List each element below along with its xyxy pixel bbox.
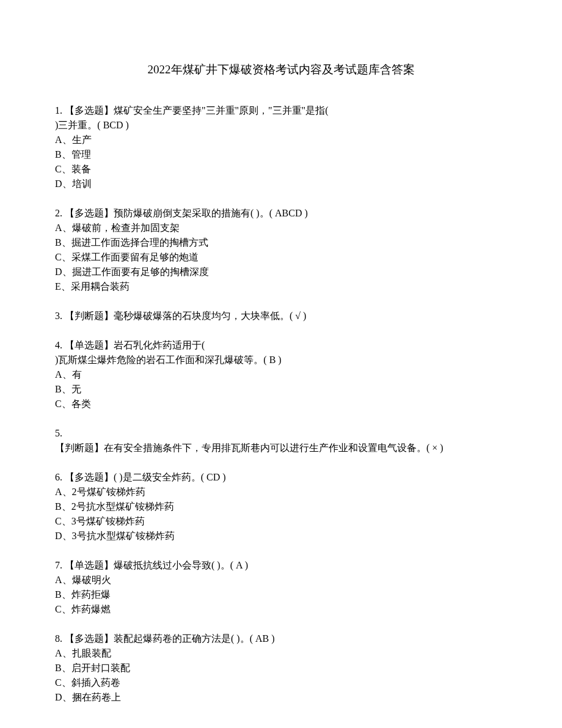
answer-option: D、掘进工作面要有足够的掏槽深度 [55,265,507,279]
question-text: 【判断题】在有安全措施条件下，专用排瓦斯巷内可以进行生产作业和设置电气设备。( … [55,441,507,455]
question-text: 6. 【多选题】( )是二级安全炸药。( CD ) [55,470,507,485]
question-block: 3. 【判断题】毫秒爆破爆落的石块度均匀，大块率低。( √ ) [55,309,507,323]
question-text-continuation: )瓦斯煤尘爆炸危险的岩石工作面和深孔爆破等。( B ) [55,353,507,367]
answer-option: C、装备 [55,162,507,177]
question-block: 4. 【单选题】岩石乳化炸药适用于()瓦斯煤尘爆炸危险的岩石工作面和深孔爆破等。… [55,338,507,411]
answer-option: A、有 [55,367,507,382]
question-text: 2. 【多选题】预防爆破崩倒支架采取的措施有( )。( ABCD ) [55,206,507,221]
question-block: 6. 【多选题】( )是二级安全炸药。( CD )A、2号煤矿铵梯炸药B、2号抗… [55,470,507,543]
answer-option: B、2号抗水型煤矿铵梯炸药 [55,499,507,514]
answer-option: D、培训 [55,177,507,191]
question-block: 2. 【多选题】预防爆破崩倒支架采取的措施有( )。( ABCD )A、爆破前，… [55,206,507,294]
question-number: 5. [55,426,507,441]
question-block: 1. 【多选题】煤矿安全生产要坚持"三并重"原则，"三并重"是指()三并重。( … [55,103,507,191]
answer-option: A、扎眼装配 [55,646,507,661]
question-text: 4. 【单选题】岩石乳化炸药适用于( [55,338,507,353]
answer-option: D、3号抗水型煤矿铵梯炸药 [55,529,507,543]
question-text-continuation: )三并重。( BCD ) [55,118,507,133]
answer-option: C、各类 [55,397,507,411]
question-block: 5.【判断题】在有安全措施条件下，专用排瓦斯巷内可以进行生产作业和设置电气设备。… [55,426,507,455]
answer-option: B、掘进工作面选择合理的掏槽方式 [55,235,507,250]
answer-option: C、炸药爆燃 [55,602,507,617]
answer-option: C、采煤工作面要留有足够的炮道 [55,250,507,265]
question-block: 7. 【单选题】爆破抵抗线过小会导致( )。( A )A、爆破明火B、炸药拒爆C… [55,558,507,617]
answer-option: C、斜插入药卷 [55,675,507,690]
question-text: 8. 【多选题】装配起爆药卷的正确方法是( )。( AB ) [55,631,507,646]
answer-option: D、捆在药卷上 [55,690,507,705]
answer-option: C、3号煤矿铵梯炸药 [55,514,507,529]
question-text: 3. 【判断题】毫秒爆破爆落的石块度均匀，大块率低。( √ ) [55,309,507,323]
question-text: 1. 【多选题】煤矿安全生产要坚持"三并重"原则，"三并重"是指( [55,103,507,118]
question-text: 7. 【单选题】爆破抵抗线过小会导致( )。( A ) [55,558,507,573]
answer-option: B、炸药拒爆 [55,587,507,602]
answer-option: B、无 [55,382,507,397]
question-block: 8. 【多选题】装配起爆药卷的正确方法是( )。( AB )A、扎眼装配B、启开… [55,631,507,705]
answer-option: E、采用耦合装药 [55,279,507,294]
answer-option: A、爆破明火 [55,573,507,587]
document-title: 2022年煤矿井下爆破资格考试内容及考试题库含答案 [55,61,507,79]
answer-option: A、生产 [55,133,507,147]
answer-option: A、爆破前，检查并加固支架 [55,221,507,235]
answer-option: B、启开封口装配 [55,661,507,675]
answer-option: A、2号煤矿铵梯炸药 [55,485,507,499]
answer-option: B、管理 [55,147,507,162]
questions-container: 1. 【多选题】煤矿安全生产要坚持"三并重"原则，"三并重"是指()三并重。( … [55,103,507,705]
